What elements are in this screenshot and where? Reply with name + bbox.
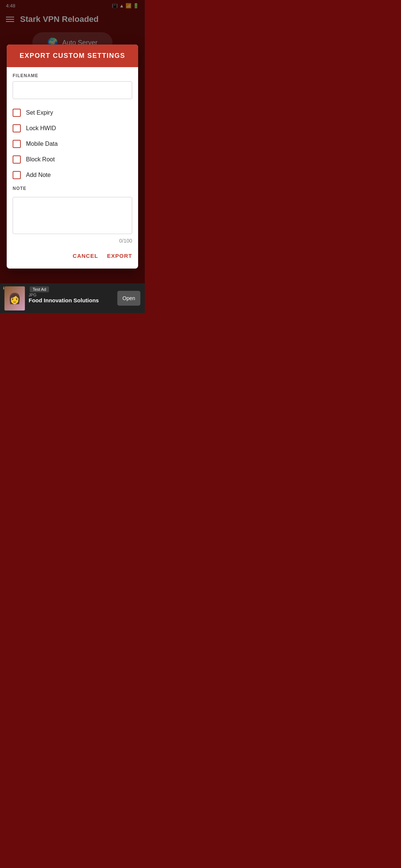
- checkbox-block-root[interactable]: [13, 155, 21, 164]
- checkbox-lock-hwid[interactable]: [13, 124, 21, 132]
- checkbox-row-block-root: Block Root: [13, 152, 132, 167]
- ad-banner: ℹ 👩 Test Ad JPG Food Innovation Solution…: [0, 283, 145, 313]
- ad-title: Food Innovation Solutions: [29, 297, 114, 304]
- ad-text-block: Test Ad JPG Food Innovation Solutions: [29, 293, 114, 304]
- cancel-button[interactable]: CANCEL: [73, 250, 98, 261]
- export-settings-dialog: EXPORT CUSTOM SETTINGS FILENAME Set Expi…: [7, 45, 138, 269]
- checkbox-row-add-note: Add Note: [13, 167, 132, 183]
- ad-open-button[interactable]: Open: [117, 291, 140, 306]
- checkbox-row-lock-hwid: Lock HWID: [13, 121, 132, 136]
- checkbox-row-mobile-data: Mobile Data: [13, 136, 132, 152]
- export-button[interactable]: EXPORT: [107, 250, 132, 261]
- ad-info-icon: ℹ: [3, 286, 4, 290]
- checkbox-label-add-note: Add Note: [26, 172, 51, 178]
- checkbox-add-note[interactable]: [13, 171, 21, 179]
- filename-label: FILENAME: [13, 73, 132, 78]
- checkbox-label-set-expiry: Set Expiry: [26, 109, 53, 116]
- note-label: NOTE: [13, 186, 132, 191]
- dialog-header: EXPORT CUSTOM SETTINGS: [7, 45, 138, 67]
- char-count: 0/100: [13, 236, 132, 247]
- ad-thumbnail: 👩: [4, 286, 25, 310]
- dialog-body: FILENAME Set Expiry Lock HWID Mobile Dat…: [7, 67, 138, 247]
- checkbox-label-lock-hwid: Lock HWID: [26, 125, 56, 132]
- checkbox-row-set-expiry: Set Expiry: [13, 105, 132, 121]
- dialog-actions: CANCEL EXPORT: [7, 247, 138, 269]
- dialog-title: EXPORT CUSTOM SETTINGS: [20, 52, 125, 59]
- filename-input[interactable]: [13, 81, 132, 99]
- checkbox-label-mobile-data: Mobile Data: [26, 141, 58, 147]
- note-textarea[interactable]: [13, 197, 132, 234]
- checkbox-mobile-data[interactable]: [13, 140, 21, 148]
- checkbox-label-block-root: Block Root: [26, 156, 55, 163]
- ad-type: JPG: [29, 293, 114, 297]
- ad-badge: Test Ad: [30, 286, 49, 292]
- checkbox-set-expiry[interactable]: [13, 109, 21, 117]
